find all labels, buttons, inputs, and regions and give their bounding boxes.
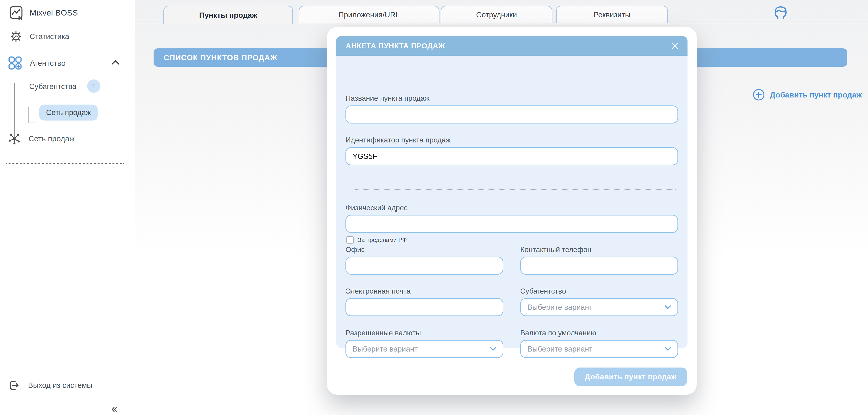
tree-connector <box>14 88 24 88</box>
subagency-select[interactable]: Выберите вариант <box>520 298 678 316</box>
tree-connector <box>28 123 36 123</box>
sidebar-item-statistics[interactable]: Статистика <box>9 30 69 43</box>
sales-point-form-modal: АНКЕТА ПУНКТА ПРОДАЖ Название пункта про… <box>327 27 696 395</box>
tree-connector <box>14 83 15 139</box>
modal-body: Название пункта продаж Идентификатор пун… <box>336 56 687 348</box>
chevron-down-icon <box>665 347 671 351</box>
chevron-down-icon <box>490 347 496 351</box>
app-title: Mixvel BOSS <box>30 8 78 17</box>
app-root: B Mixvel BOSS Статистика <box>0 0 868 415</box>
sidebar-divider <box>6 163 124 164</box>
identifier-field-label: Идентификатор пункта продаж <box>345 136 451 144</box>
list-header-text: СПИСОК ПУНКТОВ ПРОДАЖ <box>164 53 277 62</box>
sidebar-item-subagencies[interactable]: Субагентства <box>29 82 76 91</box>
outside-rf-checkbox[interactable] <box>346 236 354 243</box>
address-field[interactable] <box>345 215 678 233</box>
chevron-down-icon <box>665 305 671 309</box>
tab-sales-points[interactable]: Пункты продаж <box>163 6 293 24</box>
outside-rf-label: За пределами РФ <box>358 236 407 243</box>
name-field[interactable] <box>345 106 678 123</box>
sidebar-item-label: Субагентства <box>29 82 76 91</box>
tab-requisites[interactable]: Реквизиты <box>556 6 668 23</box>
sidebar-item-agency[interactable]: Агентство <box>8 56 65 70</box>
sidebar-collapse-button[interactable]: « <box>111 403 118 414</box>
mixvel-logo-icon: B <box>9 5 25 21</box>
default-currency-select[interactable]: Выберите вариант <box>520 340 678 358</box>
plus-circle-icon <box>752 89 765 101</box>
chevron-up-icon[interactable] <box>111 60 120 65</box>
network-icon <box>8 132 21 145</box>
sidebar-item-label: Сеть продаж <box>29 134 74 143</box>
currencies-field-label: Разрешенные валюты <box>345 329 421 337</box>
currencies-select[interactable]: Выберите вариант <box>345 340 503 358</box>
currencies-placeholder: Выберите вариант <box>352 345 490 353</box>
phone-field[interactable] <box>520 257 678 275</box>
tab-employees[interactable]: Сотрудники <box>441 6 552 23</box>
email-field[interactable] <box>345 298 503 316</box>
logout-icon <box>8 379 21 392</box>
close-icon[interactable] <box>671 42 679 50</box>
identifier-field[interactable] <box>345 147 678 165</box>
office-field[interactable] <box>345 257 503 275</box>
modal-header: АНКЕТА ПУНКТА ПРОДАЖ <box>336 36 687 56</box>
svg-text:B: B <box>18 14 22 21</box>
tree-connector <box>28 107 29 123</box>
modal-title: АНКЕТА ПУНКТА ПРОДАЖ <box>346 42 671 50</box>
add-sales-point-link[interactable]: Добавить пункт продаж <box>747 89 862 101</box>
sidebar-item-sales-network-child[interactable]: Сеть продаж <box>39 105 98 121</box>
sidebar-item-label: Статистика <box>30 32 69 41</box>
sidebar-item-label: Агентство <box>30 59 65 67</box>
default-currency-placeholder: Выберите вариант <box>527 345 665 353</box>
subagency-field-label: Субагентство <box>520 287 566 295</box>
subagencies-count-badge: 1 <box>87 80 100 93</box>
app-logo: B Mixvel BOSS <box>9 5 78 21</box>
form-section-divider <box>354 189 676 190</box>
tab-apps-url[interactable]: Приложения/URL <box>299 6 439 23</box>
subagency-placeholder: Выберите вариант <box>527 303 665 312</box>
sidebar-item-label: Выход из системы <box>28 381 92 390</box>
submit-sales-point-button[interactable]: Добавить пункт продаж <box>574 367 687 386</box>
sidebar: B Mixvel BOSS Статистика <box>0 0 135 415</box>
default-currency-field-label: Валюта по умолчанию <box>520 329 596 337</box>
agency-grid-icon <box>8 56 22 70</box>
sidebar-item-sales-network[interactable]: Сеть продаж <box>8 132 74 145</box>
address-field-label: Физический адрес <box>345 204 407 212</box>
logout-button[interactable]: Выход из системы <box>8 379 92 392</box>
outside-rf-checkbox-row[interactable]: За пределами РФ <box>346 236 407 243</box>
phone-field-label: Контактный телефон <box>520 245 591 254</box>
gear-icon <box>9 30 22 43</box>
email-field-label: Электронная почта <box>345 287 411 295</box>
user-profile-icon[interactable] <box>773 5 788 20</box>
add-sales-point-label: Добавить пункт продаж <box>770 90 862 99</box>
name-field-label: Название пункта продаж <box>345 94 429 102</box>
office-field-label: Офис <box>345 245 365 254</box>
